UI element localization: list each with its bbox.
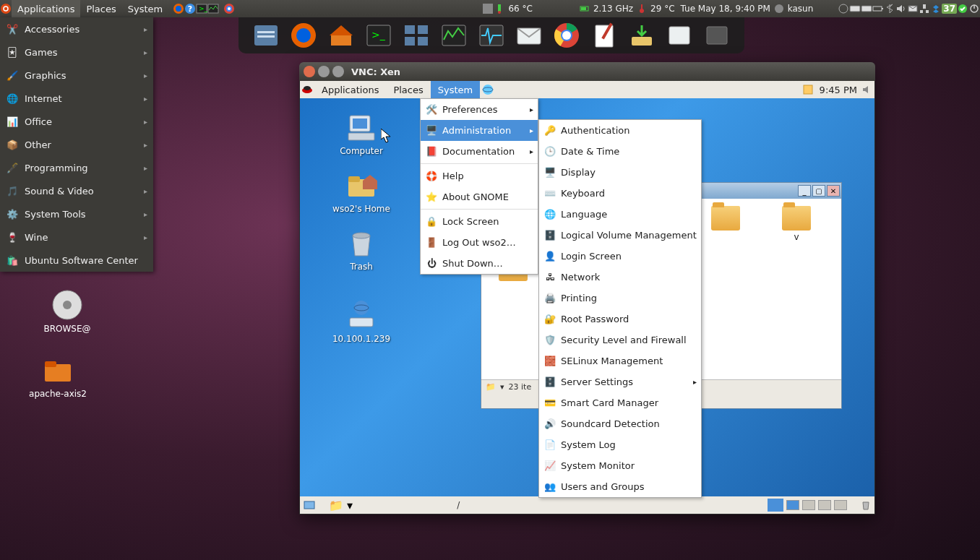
dock-item-firefox[interactable] xyxy=(288,20,319,51)
tray-input-icon[interactable] xyxy=(861,3,872,14)
dock-item-sysmon[interactable] xyxy=(476,20,507,51)
apps-menu-item-other[interactable]: 📦Other▸ xyxy=(0,133,153,156)
fb-folder-item[interactable] xyxy=(701,206,750,242)
gnome-clock[interactable]: 9:45 PM xyxy=(815,85,861,95)
admin-menu-security-level-and-firewall[interactable]: 🛡️Security Level and Firewall xyxy=(539,329,701,350)
system-menu-preferences[interactable]: 🛠️Preferences▸ xyxy=(421,99,538,120)
tray-keyboard-icon[interactable] xyxy=(849,3,861,14)
window-maximize-icon[interactable] xyxy=(332,66,344,77)
apps-menu-item-wine[interactable]: 🍷Wine▸ xyxy=(0,225,153,249)
tray-user[interactable]: kasun xyxy=(785,4,817,14)
fb-close-icon[interactable]: ✕ xyxy=(827,185,840,197)
gnome-desktop-icon-computer[interactable]: Computer xyxy=(325,110,397,156)
admin-menu-logical-volume-management[interactable]: 🗄️Logical Volume Management xyxy=(539,225,701,246)
tray-shutdown-icon[interactable] xyxy=(968,3,980,14)
dock-item-window[interactable] xyxy=(663,20,695,51)
chrome-launcher-icon[interactable] xyxy=(223,3,235,14)
taskbar-path[interactable]: / xyxy=(457,500,460,510)
panel-menu-places[interactable]: Places xyxy=(80,0,121,17)
system-menu-documentation[interactable]: 📕Documentation▸ xyxy=(421,141,538,162)
tray-volume-icon[interactable] xyxy=(895,3,907,14)
gnome-desktop-icon-wso2-s-home[interactable]: wso2's Home xyxy=(325,168,397,214)
admin-menu-date-time[interactable]: 🕒Date & Time xyxy=(539,141,701,162)
admin-menu-selinux-management[interactable]: 🧱SELinux Management xyxy=(539,350,701,371)
admin-menu-root-password[interactable]: 🔐Root Password xyxy=(539,309,701,329)
tray-battery-icon[interactable] xyxy=(579,3,590,14)
dock-item-monitor[interactable] xyxy=(438,20,470,51)
workspace-2[interactable] xyxy=(802,500,815,510)
dock-item-home[interactable] xyxy=(325,20,357,51)
system-menu-help[interactable]: 🛟Help xyxy=(421,165,538,186)
admin-menu-language[interactable]: 🌐Language xyxy=(539,204,701,225)
dock-item-workspace[interactable] xyxy=(400,20,432,51)
fb-minimize-icon[interactable]: _ xyxy=(798,185,811,197)
dock-item-download[interactable] xyxy=(626,20,658,51)
fb-folder-item[interactable]: v xyxy=(772,206,821,242)
monitor-launcher-icon[interactable] xyxy=(207,3,219,14)
admin-menu-display[interactable]: 🖥️Display xyxy=(539,162,701,183)
admin-menu-soundcard-detection[interactable]: 🔊Soundcard Detection xyxy=(539,413,701,434)
vnc-desktop[interactable]: Applications Places System 9:45 PM 🛠️Pre… xyxy=(300,81,874,514)
tray-user-icon[interactable] xyxy=(773,3,785,14)
gnome-update-icon[interactable] xyxy=(802,84,815,95)
dock-item-mail[interactable] xyxy=(513,20,545,51)
gnome-volume-icon[interactable] xyxy=(861,84,874,95)
gnome-desktop-icon-trash[interactable]: Trash xyxy=(325,225,397,272)
system-menu-administration[interactable]: 🖥️Administration▸ xyxy=(421,120,538,141)
apps-menu-item-games[interactable]: 🃏Games▸ xyxy=(0,40,153,64)
admin-menu-system-monitor[interactable]: 📈System Monitor xyxy=(539,455,701,476)
fb-maximize-icon[interactable]: ▢ xyxy=(812,185,825,197)
show-desktop-icon[interactable] xyxy=(303,499,316,512)
dock-item-files[interactable] xyxy=(250,20,282,51)
tray-clock[interactable]: Tue May 18, 9:40 PM xyxy=(678,4,773,14)
dock-item-chrome[interactable] xyxy=(551,20,583,51)
apps-menu-item-ubuntu-software-center[interactable]: 🛍️Ubuntu Software Center xyxy=(0,249,153,272)
help-launcher-icon[interactable]: ? xyxy=(184,3,196,14)
admin-menu-network[interactable]: 🖧Network xyxy=(539,267,701,288)
admin-menu-server-settings[interactable]: 🗄️Server Settings▸ xyxy=(539,371,701,392)
panel-menu-applications[interactable]: Applications xyxy=(12,0,80,17)
tray-bluetooth-icon[interactable] xyxy=(884,3,895,14)
apps-menu-item-accessories[interactable]: ✂️Accessories▸ xyxy=(0,17,153,40)
tray-mail-icon[interactable] xyxy=(907,3,919,14)
dock-item-terminal[interactable]: >_ xyxy=(363,20,395,51)
taskbar-item[interactable] xyxy=(768,499,783,512)
apps-menu-item-programming[interactable]: 🖋️Programming▸ xyxy=(0,156,153,179)
tray-power-icon[interactable] xyxy=(872,3,884,14)
dock-item-empty[interactable] xyxy=(701,20,733,51)
vnc-titlebar[interactable]: VNC: Xen xyxy=(299,62,875,81)
system-menu-log-out-wso2-[interactable]: 🚪Log Out wso2… xyxy=(421,232,538,253)
admin-menu-system-log[interactable]: 📄System Log xyxy=(539,434,701,455)
admin-menu-login-screen[interactable]: 👤Login Screen xyxy=(539,246,701,267)
apps-menu-item-internet[interactable]: 🌐Internet▸ xyxy=(0,87,153,110)
firefox-launcher-icon[interactable] xyxy=(173,3,184,14)
system-menu-about-gnome[interactable]: ⭐About GNOME xyxy=(421,186,538,207)
gnome-desktop-icon-10-100-1-239[interactable]: 10.100.1.239 xyxy=(325,298,397,344)
window-close-icon[interactable] xyxy=(304,66,315,77)
tray-indicator-badge[interactable]: 37 xyxy=(942,4,957,14)
dock-item-editor[interactable] xyxy=(588,20,620,51)
gnome-menu-places[interactable]: Places xyxy=(386,81,430,98)
workspace-3[interactable] xyxy=(818,500,831,510)
tray-check-icon[interactable] xyxy=(957,3,968,14)
apps-menu-item-graphics[interactable]: 🖌️Graphics▸ xyxy=(0,64,153,87)
admin-menu-keyboard[interactable]: ⌨️Keyboard xyxy=(539,183,701,204)
system-menu-shut-down-[interactable]: ⏻Shut Down… xyxy=(421,253,538,274)
system-menu-lock-screen[interactable]: 🔒Lock Screen xyxy=(421,211,538,232)
admin-menu-smart-card-manager[interactable]: 💳Smart Card Manager xyxy=(539,392,701,413)
apps-menu-item-sound-video[interactable]: 🎵Sound & Video▸ xyxy=(0,179,153,202)
admin-menu-printing[interactable]: 🖨️Printing xyxy=(539,288,701,309)
terminal-launcher-icon[interactable]: >_ xyxy=(196,3,207,14)
tray-dropbox-icon[interactable] xyxy=(930,3,942,14)
admin-menu-authentication[interactable]: 🔑Authentication xyxy=(539,120,701,141)
tray-thermal-icon[interactable] xyxy=(494,3,505,14)
trash-panel-icon[interactable] xyxy=(860,499,872,511)
workspace-4[interactable] xyxy=(834,500,847,510)
tray-accessibility-icon[interactable] xyxy=(838,3,849,14)
apps-menu-item-office[interactable]: 📊Office▸ xyxy=(0,110,153,133)
gnome-menu-system[interactable]: System xyxy=(431,81,480,98)
window-minimize-icon[interactable] xyxy=(318,66,330,77)
tray-grid-icon[interactable] xyxy=(482,3,494,14)
workspace-1[interactable] xyxy=(786,500,799,510)
tray-network-icon[interactable] xyxy=(919,3,930,14)
